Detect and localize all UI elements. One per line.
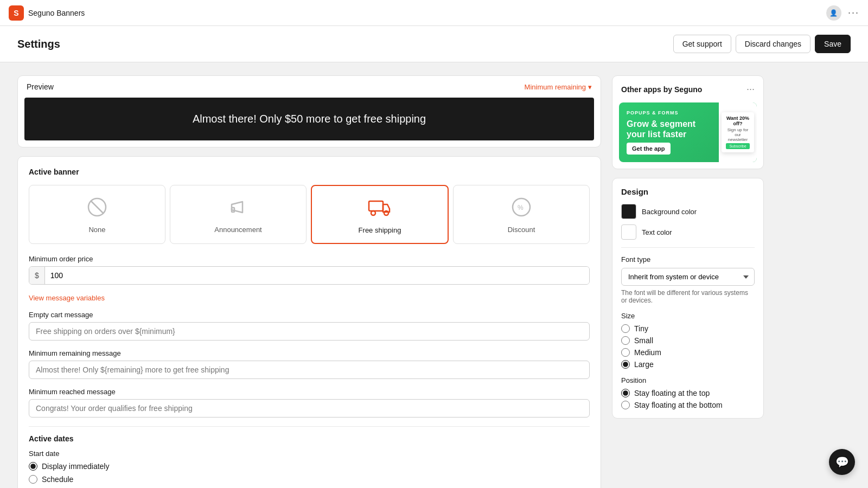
popup-preview-title: Want 20% off? [726, 115, 750, 126]
view-variables-link[interactable]: View message variables [29, 294, 105, 302]
banner-option-announcement[interactable]: Announcement [170, 185, 307, 244]
size-tiny-option[interactable]: Tiny [621, 324, 755, 333]
other-apps-headline: Grow & segment your list faster [627, 119, 711, 139]
design-title: Design [621, 187, 755, 196]
preview-header: Preview Minimum remaining ▾ [18, 76, 601, 98]
schedule-radio[interactable] [29, 475, 37, 484]
banner-option-discount[interactable]: % Discount [453, 185, 590, 244]
chat-button[interactable]: 💬 [829, 449, 855, 475]
min-order-price-input[interactable] [45, 267, 589, 284]
other-apps-banner: POPUPS & FORMS Grow & segment your list … [619, 102, 757, 162]
banner-option-none[interactable]: None [29, 185, 165, 244]
min-remaining-message-group: Minimum remaining message [29, 349, 590, 379]
header-actions: Get support Discard changes Save [673, 35, 851, 53]
discount-icon: % [508, 194, 534, 220]
text-color-row: Text color [621, 224, 755, 240]
svg-line-1 [91, 201, 104, 214]
size-large-radio[interactable] [621, 360, 630, 369]
size-large-label: Large [634, 360, 654, 369]
app-logo: S [9, 5, 24, 21]
left-panel: Preview Minimum remaining ▾ Almost there… [17, 75, 601, 488]
preview-banner: Almost there! Only $50 more to get free … [24, 98, 594, 140]
size-small-option[interactable]: Small [621, 336, 755, 345]
popup-preview-btn[interactable]: Subscribe [726, 143, 750, 149]
min-reached-message-group: Minimum reached message [29, 388, 590, 418]
position-radio-group: Stay floating at the top Stay floating a… [621, 389, 755, 409]
text-color-swatch[interactable] [621, 224, 636, 240]
position-top-radio[interactable] [621, 389, 630, 397]
display-immediately-label: Display immediately [42, 462, 109, 471]
empty-cart-message-label: Empty cart message [29, 311, 590, 319]
more-options-icon[interactable]: ··· [848, 7, 859, 18]
size-large-option[interactable]: Large [621, 360, 755, 369]
position-bottom-option[interactable]: Stay floating at the bottom [621, 401, 755, 409]
other-apps-title: Other apps by Seguno [621, 85, 702, 94]
size-radio-group: Tiny Small Medium Large [621, 324, 755, 369]
position-bottom-radio[interactable] [621, 401, 630, 409]
page-title: Settings [17, 38, 60, 50]
app-name: Seguno Banners [28, 9, 85, 17]
page-header: Settings Get support Discard changes Sav… [0, 26, 868, 62]
min-reached-message-input[interactable] [29, 399, 590, 418]
svg-point-4 [371, 211, 375, 215]
preview-label: Preview [27, 82, 54, 91]
chevron-down-icon: ▾ [588, 83, 592, 91]
right-panel: Other apps by Seguno ··· POPUPS & FORMS … [612, 75, 764, 488]
other-apps-more-icon[interactable]: ··· [746, 84, 755, 95]
topbar: S Seguno Banners 👤 ··· [0, 0, 868, 26]
start-date-radio-group: Display immediately Schedule [29, 462, 590, 484]
preview-dropdown[interactable]: Minimum remaining ▾ [525, 83, 592, 91]
empty-cart-message-group: Empty cart message [29, 311, 590, 341]
position-top-label: Stay floating at the top [634, 389, 710, 397]
position-bottom-label: Stay floating at the bottom [634, 401, 723, 409]
size-small-radio[interactable] [621, 336, 630, 345]
active-dates-title: Active dates [29, 434, 590, 443]
min-remaining-message-input[interactable] [29, 361, 590, 379]
other-apps-badge: POPUPS & FORMS [627, 110, 711, 115]
free-shipping-icon [367, 195, 393, 221]
size-tiny-radio[interactable] [621, 324, 630, 333]
none-icon [84, 194, 110, 220]
get-support-button[interactable]: Get support [673, 35, 731, 53]
other-apps-banner-right: Want 20% off? Sign up for our newsletter… [719, 102, 757, 162]
min-order-price-label: Minimum order price [29, 255, 590, 263]
design-card: Design Background color Text color Font … [612, 178, 764, 419]
settings-card: Active banner None [17, 156, 601, 488]
start-date-label: Start date [29, 450, 590, 458]
font-hint: The font will be different for various s… [621, 289, 755, 304]
main-content: Preview Minimum remaining ▾ Almost there… [0, 62, 781, 488]
position-label: Position [621, 376, 755, 384]
announcement-icon [225, 194, 251, 220]
size-medium-option[interactable]: Medium [621, 348, 755, 357]
font-type-select[interactable]: Inherit from system or device [621, 268, 755, 286]
empty-cart-message-input[interactable] [29, 322, 590, 341]
min-order-price-group: Minimum order price $ [29, 255, 590, 285]
profile-icon[interactable]: 👤 [826, 5, 841, 21]
popup-preview-text: Sign up for our newsletter [726, 127, 750, 142]
display-immediately-radio[interactable] [29, 462, 37, 471]
get-app-button[interactable]: Get the app [627, 143, 671, 155]
display-immediately-option[interactable]: Display immediately [29, 462, 590, 471]
svg-rect-3 [369, 201, 383, 211]
font-type-label: Font type [621, 255, 755, 264]
discard-changes-button[interactable]: Discard changes [736, 35, 810, 53]
topbar-right: 👤 ··· [826, 5, 859, 21]
position-top-option[interactable]: Stay floating at the top [621, 389, 755, 397]
min-reached-message-label: Minimum reached message [29, 388, 590, 396]
save-button[interactable]: Save [815, 35, 851, 53]
banner-option-announcement-label: Announcement [214, 226, 261, 234]
schedule-label: Schedule [42, 475, 73, 484]
other-apps-card: Other apps by Seguno ··· POPUPS & FORMS … [612, 75, 764, 169]
banner-option-free-shipping-label: Free shipping [359, 226, 401, 234]
size-label: Size [621, 312, 755, 320]
banner-option-free-shipping[interactable]: Free shipping [311, 185, 449, 244]
schedule-option[interactable]: Schedule [29, 475, 590, 484]
min-order-price-input-wrapper: $ [29, 266, 590, 285]
background-color-swatch[interactable] [621, 204, 636, 219]
size-medium-radio[interactable] [621, 348, 630, 357]
banner-option-none-label: None [88, 226, 105, 234]
background-color-label: Background color [642, 208, 697, 216]
size-tiny-label: Tiny [634, 324, 648, 333]
other-apps-banner-left: POPUPS & FORMS Grow & segment your list … [619, 102, 719, 162]
chat-icon: 💬 [835, 455, 849, 468]
